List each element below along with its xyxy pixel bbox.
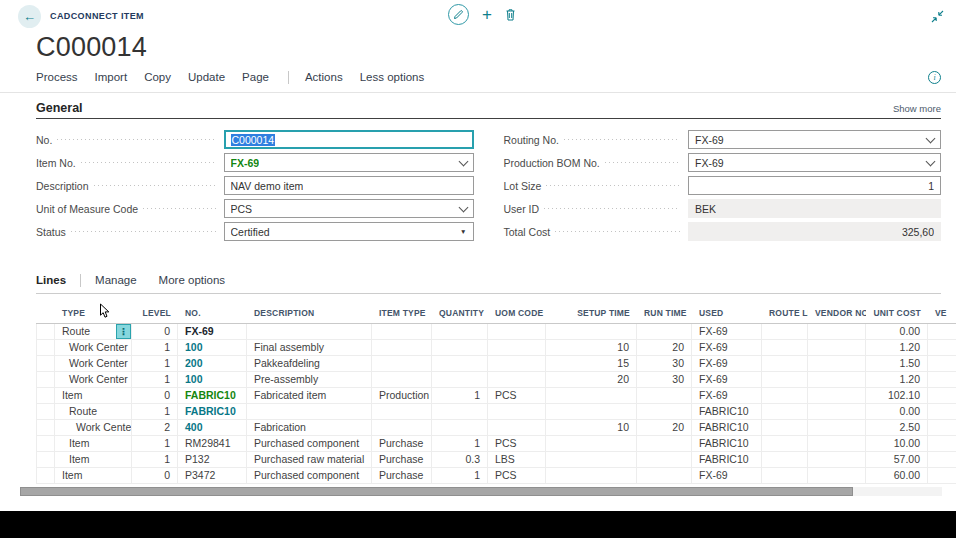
column-header-setup_time[interactable]: SETUP TIME (546, 304, 637, 324)
row-select-cell[interactable] (36, 356, 55, 372)
row-select-cell[interactable] (36, 420, 55, 436)
info-icon[interactable]: i (928, 71, 941, 84)
cell-level[interactable]: 1 (132, 436, 178, 452)
column-header-run_time[interactable]: RUN TIME (637, 304, 692, 324)
cell-unit_cost[interactable]: 102.10 (866, 388, 928, 404)
cell-uom_code[interactable] (488, 404, 546, 420)
cell-ve[interactable] (928, 356, 956, 372)
back-button[interactable]: ← (18, 5, 41, 28)
table-row[interactable]: Work Center1100Pre-assembly2030FX-691.20 (36, 372, 956, 388)
cell-run_time[interactable] (637, 436, 692, 452)
table-row[interactable]: Item1P132Purchased raw materialPurchase0… (36, 452, 956, 468)
cell-type[interactable]: Item (55, 468, 132, 484)
cell-item_type[interactable]: Purchase (372, 436, 432, 452)
cell-type[interactable]: Route (55, 404, 132, 420)
column-header-level[interactable]: LEVEL (132, 304, 178, 324)
cell-level[interactable]: 0 (132, 388, 178, 404)
cell-uom_code[interactable] (488, 340, 546, 356)
column-header-used[interactable]: USED (692, 304, 762, 324)
routing-no-combo[interactable]: FX-69 (688, 130, 941, 149)
cell-no[interactable]: P3472 (178, 468, 247, 484)
row-select-cell[interactable] (36, 340, 55, 356)
cell-item_type[interactable] (372, 420, 432, 436)
column-header-uom_code[interactable]: UOM CODE (488, 304, 546, 324)
add-button[interactable]: + (482, 6, 492, 23)
cell-level[interactable]: 0 (132, 324, 178, 340)
cell-no[interactable]: 100 (178, 372, 247, 388)
cell-run_time[interactable] (637, 468, 692, 484)
column-header-sel[interactable] (36, 304, 55, 324)
table-row[interactable]: Work Center1200Pakkeafdeling1530FX-691.5… (36, 356, 956, 372)
cell-item_type[interactable] (372, 404, 432, 420)
cell-description[interactable]: Fabricated item (247, 388, 372, 404)
production-bom-no-combo[interactable]: FX-69 (688, 153, 941, 172)
cell-no[interactable]: FABRIC10 (178, 404, 247, 420)
row-select-cell[interactable] (36, 372, 55, 388)
cell-route_link[interactable] (762, 372, 808, 388)
cell-setup_time[interactable] (546, 404, 637, 420)
cell-unit_cost[interactable]: 1.20 (866, 340, 928, 356)
cell-description[interactable]: Purchased component (247, 436, 372, 452)
cell-unit_cost[interactable]: 0.00 (866, 324, 928, 340)
menu-actions[interactable]: Actions (305, 71, 343, 83)
cell-no[interactable]: FX-69 (178, 324, 247, 340)
cell-route_link[interactable] (762, 356, 808, 372)
cell-quantity[interactable]: 1 (432, 388, 488, 404)
cell-no[interactable]: P132 (178, 452, 247, 468)
cell-item_type[interactable]: Purchase (372, 468, 432, 484)
cell-type[interactable]: Work Center (55, 372, 132, 388)
cell-run_time[interactable]: 30 (637, 356, 692, 372)
column-header-ve[interactable]: VE (928, 304, 956, 324)
cell-run_time[interactable]: 20 (637, 340, 692, 356)
cell-route_link[interactable] (762, 404, 808, 420)
cell-uom_code[interactable]: PCS (488, 468, 546, 484)
row-select-cell[interactable] (36, 404, 55, 420)
cell-description[interactable]: Purchased component (247, 468, 372, 484)
edit-button[interactable] (448, 4, 469, 25)
row-select-cell[interactable] (36, 388, 55, 404)
cell-no[interactable]: 400 (178, 420, 247, 436)
cell-vendor_no[interactable] (808, 452, 866, 468)
cell-ve[interactable] (928, 340, 956, 356)
select-arrow-icon[interactable]: ▼ (460, 228, 466, 235)
chevron-down-icon[interactable] (926, 156, 936, 166)
cell-no[interactable]: 200 (178, 356, 247, 372)
cell-run_time[interactable] (637, 452, 692, 468)
cell-ve[interactable] (928, 420, 956, 436)
cell-vendor_no[interactable] (808, 468, 866, 484)
cell-vendor_no[interactable] (808, 388, 866, 404)
cell-item_type[interactable] (372, 356, 432, 372)
cell-unit_cost[interactable]: 10.00 (866, 436, 928, 452)
row-select-cell[interactable] (36, 468, 55, 484)
cell-description[interactable]: Final assembly (247, 340, 372, 356)
cell-unit_cost[interactable]: 1.20 (866, 372, 928, 388)
cell-route_link[interactable] (762, 468, 808, 484)
column-header-item_type[interactable]: ITEM TYPE (372, 304, 432, 324)
cell-used[interactable]: FX-69 (692, 388, 762, 404)
cell-no[interactable]: RM29841 (178, 436, 247, 452)
cell-uom_code[interactable] (488, 356, 546, 372)
cell-run_time[interactable] (637, 388, 692, 404)
cell-level[interactable]: 0 (132, 468, 178, 484)
cell-used[interactable]: FABRIC10 (692, 404, 762, 420)
row-context-menu-icon[interactable]: ⋮ (116, 324, 131, 339)
cell-level[interactable]: 1 (132, 404, 178, 420)
cell-vendor_no[interactable] (808, 420, 866, 436)
cell-type[interactable]: Route⋮ (55, 324, 132, 340)
cell-quantity[interactable]: 1 (432, 436, 488, 452)
cell-quantity[interactable] (432, 356, 488, 372)
cell-ve[interactable] (928, 324, 956, 340)
cell-unit_cost[interactable]: 0.00 (866, 404, 928, 420)
cell-quantity[interactable] (432, 404, 488, 420)
cell-setup_time[interactable] (546, 388, 637, 404)
cell-description[interactable]: Pakkeafdeling (247, 356, 372, 372)
column-header-vendor_no[interactable]: VENDOR NO. (808, 304, 866, 324)
cell-vendor_no[interactable] (808, 436, 866, 452)
cell-uom_code[interactable]: LBS (488, 452, 546, 468)
item-no-combo[interactable]: FX-69 (224, 153, 474, 172)
cell-type[interactable]: Work Center (55, 340, 132, 356)
lot-size-input[interactable]: 1 (688, 176, 941, 195)
cell-ve[interactable] (928, 372, 956, 388)
row-select-cell[interactable] (36, 324, 55, 340)
cell-type[interactable]: Work Center (55, 420, 132, 436)
